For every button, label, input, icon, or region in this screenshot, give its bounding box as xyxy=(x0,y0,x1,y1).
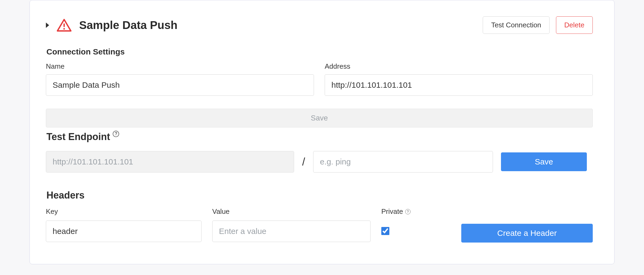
help-icon[interactable]: ? xyxy=(405,209,411,214)
connection-save-button: Save xyxy=(46,109,593,127)
endpoint-path-input[interactable] xyxy=(313,151,493,173)
warning-icon xyxy=(57,19,72,32)
name-column: Name xyxy=(46,62,314,96)
test-connection-button[interactable]: Test Connection xyxy=(483,16,549,34)
header-key-column: Key xyxy=(46,207,202,242)
endpoint-save-button[interactable]: Save xyxy=(501,152,587,171)
create-header-column: Create a Header xyxy=(461,207,593,243)
header-value-column: Value xyxy=(212,207,371,242)
name-input[interactable] xyxy=(46,74,314,96)
test-endpoint-title-text: Test Endpoint xyxy=(46,131,110,142)
name-label: Name xyxy=(46,62,314,71)
header-key-input[interactable] xyxy=(46,221,202,242)
headers-title: Headers xyxy=(46,190,85,201)
test-endpoint-title: Test Endpoint ? xyxy=(46,131,119,142)
endpoint-base-input xyxy=(46,151,294,173)
address-column: Address xyxy=(325,62,593,96)
header-value-input[interactable] xyxy=(212,221,371,242)
header-private-column: Private ? xyxy=(381,207,411,241)
address-label: Address xyxy=(325,62,593,71)
svg-rect-0 xyxy=(64,23,65,27)
expand-chevron-icon[interactable] xyxy=(46,23,49,28)
address-input[interactable] xyxy=(325,74,593,96)
card-title: Sample Data Push xyxy=(79,19,177,32)
create-header-button[interactable]: Create a Header xyxy=(461,224,593,243)
svg-point-1 xyxy=(63,28,65,30)
connection-settings-row: Name Address xyxy=(46,62,593,96)
card-header-actions: Test Connection Delete xyxy=(483,16,593,34)
card-header-left: Sample Data Push xyxy=(46,19,177,32)
header-private-label-wrap: Private ? xyxy=(381,207,411,216)
header-key-label: Key xyxy=(46,207,202,216)
header-private-checkbox[interactable] xyxy=(381,227,389,235)
header-value-label: Value xyxy=(212,207,371,216)
headers-row: Key Value Private ? Create a Header xyxy=(46,207,593,243)
delete-button[interactable]: Delete xyxy=(556,16,593,34)
connection-settings-title: Connection Settings xyxy=(46,47,593,56)
card-header: Sample Data Push Test Connection Delete xyxy=(46,16,593,34)
endpoint-separator: / xyxy=(302,156,305,168)
header-private-label: Private xyxy=(381,207,403,216)
test-endpoint-row: / Save xyxy=(46,151,593,173)
help-icon[interactable]: ? xyxy=(113,131,119,137)
connection-card: Sample Data Push Test Connection Delete … xyxy=(30,0,614,264)
